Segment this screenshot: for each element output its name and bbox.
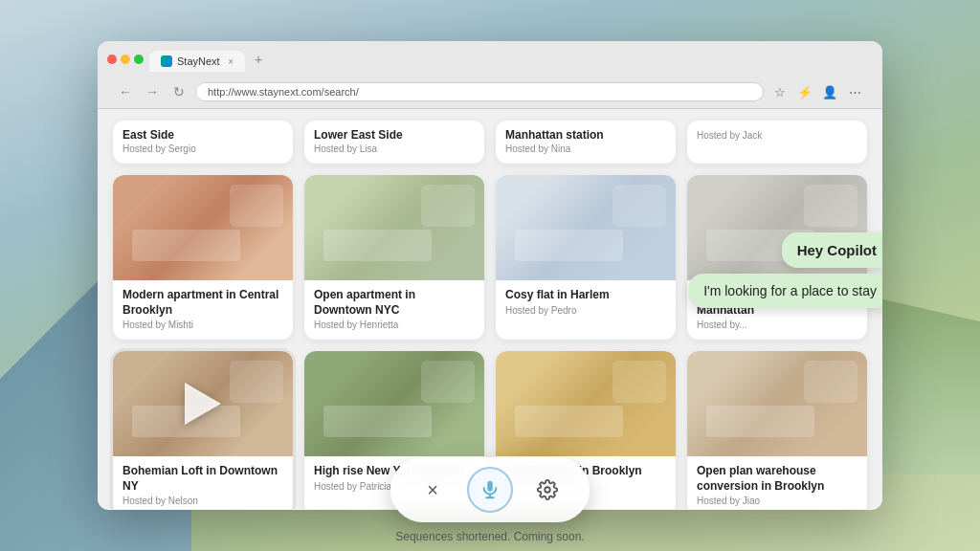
reload-btn[interactable]: ↻ [168,81,189,102]
listing-card-downtown-nyc[interactable]: Open apartment in Downtown NYC Hosted by… [304,175,484,340]
svg-rect-0 [487,481,493,492]
url-text: http://www.staynext.com/search/ [208,86,359,98]
listing-title: Open apartment in Downtown NYC [314,288,475,318]
listing-card-bohemian-loft[interactable]: Bohemian Loft in Downtown NY Hosted by N… [113,351,293,509]
profile-icon[interactable]: 👤 [819,81,840,102]
back-btn[interactable]: ← [115,81,136,102]
settings-toolbar-btn[interactable] [528,471,567,509]
bookmark-icon[interactable]: ☆ [769,81,791,102]
close-toolbar-btn[interactable]: × [413,471,452,509]
forward-btn[interactable]: → [142,81,163,102]
tab-bar: StayNext × + [149,47,270,72]
browser-toolbar-icons: ☆ ⚡ 👤 ⋯ [769,81,865,102]
browser-window: StayNext × + ← → ↻ http://www.staynext.c… [98,41,882,510]
listing-image [304,175,484,280]
listing-title: Lower East Side [314,128,475,142]
listing-title: Bohemian Loft in Downtown NY [122,464,283,494]
copilot-chat-container: Hey Copilot I'm looking for a place to s… [688,232,882,308]
listing-host: Hosted by... [697,320,858,330]
address-bar[interactable]: http://www.staynext.com/search/ [195,82,764,101]
listing-host: Hosted by Jack [697,130,858,141]
listing-info: Open plan warehouse conversion in Brookl… [687,456,867,509]
settings-icon [537,479,558,500]
browser-chrome: StayNext × + ← → ↻ http://www.staynext.c… [98,41,882,109]
listing-host: Hosted by Mishti [122,320,283,330]
listing-image [496,175,676,280]
listing-card-harlem[interactable]: Cosy flat in Harlem Hosted by Pedro [496,175,676,340]
listing-host: Hosted by Sergio [122,143,283,154]
new-tab-btn[interactable]: + [247,47,270,72]
copilot-greeting-bubble: Hey Copilot [782,232,882,268]
window-controls [107,55,144,64]
page-content: East Side Hosted by Sergio Lower East Si… [98,109,882,509]
extensions-icon[interactable]: ⚡ [794,81,815,102]
listing-card-lower-east[interactable]: Lower East Side Hosted by Lisa [304,121,484,164]
listing-host: Hosted by Pedro [505,305,666,316]
listing-info: Modern apartment in Central Brooklyn Hos… [113,280,293,340]
listing-image [304,351,484,456]
listing-host: Hosted by Nina [505,143,666,154]
listing-image [687,351,867,456]
listing-host: Hosted by Lisa [314,143,475,154]
bottom-toolbar: × [390,457,590,522]
listing-title: Manhattan station [505,128,666,142]
minimize-window-btn[interactable] [121,55,130,64]
top-listing-row: East Side Hosted by Sergio Lower East Si… [113,121,867,164]
browser-titlebar: StayNext × + [107,47,873,72]
listing-host: Hosted by Nelson [122,496,283,506]
listing-title: Cosy flat in Harlem [505,288,666,303]
menu-icon[interactable]: ⋯ [844,81,865,102]
mic-button[interactable] [467,467,513,513]
listing-title: Open plan warehouse conversion in Brookl… [697,464,858,494]
listing-image [113,175,293,280]
svg-point-3 [545,487,550,493]
listing-title: Modern apartment in Central Brooklyn [122,288,283,318]
mic-icon [479,479,501,500]
listing-info: Cosy flat in Harlem Hosted by Pedro [496,280,676,325]
listing-info: Open apartment in Downtown NYC Hosted by… [304,280,484,340]
listing-card-east-side[interactable]: East Side Hosted by Sergio [113,121,293,164]
listing-card-jack[interactable]: Hosted by Jack [687,121,867,164]
play-cursor-overlay [185,383,221,425]
listing-host: Hosted by Henrietta [314,320,475,330]
bottom-caption: Sequences shortened. Coming soon. [395,530,584,543]
listing-host: Hosted by Jiao [697,496,858,506]
listing-info: Bohemian Loft in Downtown NY Hosted by N… [113,456,293,509]
close-window-btn[interactable] [107,55,117,64]
listing-card-warehouse[interactable]: Open plan warehouse conversion in Brookl… [687,351,867,509]
active-tab[interactable]: StayNext × [149,51,245,72]
tab-close-btn[interactable]: × [228,56,234,67]
listing-image [496,351,676,456]
copilot-query-bubble: I'm looking for a place to stay [688,274,882,308]
close-icon: × [427,479,438,501]
listing-title: East Side [122,128,283,142]
maximize-window-btn[interactable] [134,55,144,64]
tab-favicon [161,55,172,67]
listing-card-central-brooklyn[interactable]: Modern apartment in Central Brooklyn Hos… [113,175,293,340]
tab-title: StayNext [177,55,220,67]
listing-image [113,351,293,456]
browser-toolbar: ← → ↻ http://www.staynext.com/search/ ☆ … [107,77,873,108]
listing-card-manhattan[interactable]: Manhattan station Hosted by Nina [496,121,676,164]
